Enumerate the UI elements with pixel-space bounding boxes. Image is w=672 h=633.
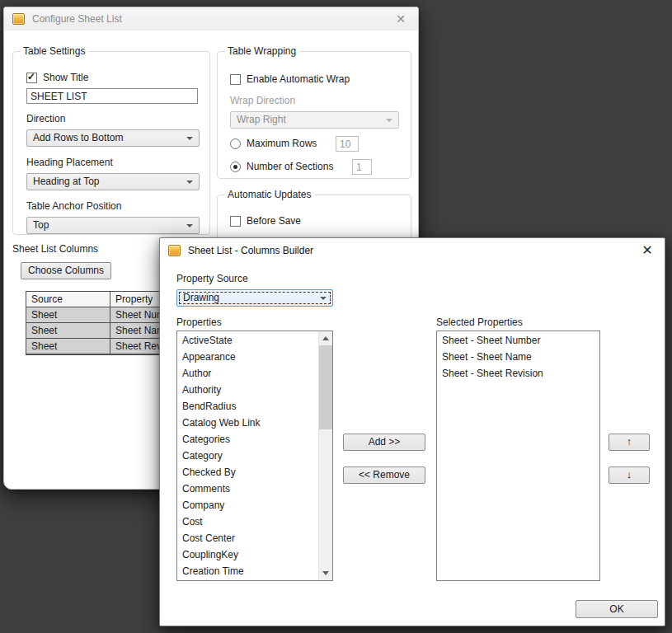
table-title-input[interactable] (26, 88, 198, 104)
property-source-label: Property Source (176, 273, 248, 284)
list-item[interactable]: Catalog Web Link (177, 415, 318, 431)
wrap-direction-select: Wrap Right (230, 111, 399, 129)
radio-label: Number of Sections (247, 161, 333, 172)
list-item[interactable]: BendRadius (177, 398, 318, 415)
direction-label: Direction (26, 113, 65, 124)
checkbox-label: Before Save (247, 215, 301, 227)
list-item[interactable]: ActiveState (177, 332, 318, 349)
properties-label: Properties (176, 316, 222, 328)
list-item[interactable]: Author (177, 365, 318, 382)
chevron-down-icon (186, 224, 193, 227)
dialog-title: Configure Sheet List (32, 13, 122, 25)
properties-listbox[interactable]: ActiveStateAppearanceAuthorAuthorityBend… (176, 331, 333, 581)
move-up-button[interactable]: ↑ (609, 434, 650, 451)
list-item[interactable]: Company (177, 497, 318, 513)
checkbox-label: Show Title (43, 72, 88, 83)
number-of-sections-radio[interactable]: Number of Sections (230, 161, 333, 172)
remove-button[interactable]: << Remove (343, 467, 425, 484)
combo-value: Drawing (183, 292, 219, 303)
list-item[interactable]: Categories (177, 431, 318, 448)
direction-select[interactable]: Add Rows to Bottom (26, 129, 200, 147)
combo-value: Wrap Right (237, 114, 286, 125)
scrollbar-thumb[interactable] (319, 345, 333, 429)
move-down-button[interactable]: ↓ (609, 467, 650, 484)
selected-properties-label: Selected Properties (436, 316, 523, 328)
checkbox-checked-icon (26, 73, 37, 83)
property-source-select[interactable]: Drawing (176, 289, 333, 307)
group-automatic-updates-legend: Automatic Updates (224, 189, 314, 200)
radio-selected-icon (230, 162, 241, 172)
checkbox-unchecked-icon (230, 216, 241, 227)
maximum-rows-radio[interactable]: Maximum Rows (230, 138, 317, 149)
selected-properties-listbox[interactable]: Sheet - Sheet NumberSheet - Sheet NameSh… (436, 331, 600, 581)
table-cell: Sheet (26, 307, 110, 323)
list-item[interactable]: CouplingKey (177, 546, 318, 563)
group-table-wrapping: Table Wrapping Enable Automatic Wrap Wra… (217, 45, 411, 179)
combo-value: Top (33, 219, 49, 231)
list-item[interactable]: Cost (177, 513, 318, 530)
chevron-down-icon (386, 119, 392, 122)
combo-value: Heading at Top (33, 176, 100, 187)
chevron-down-icon (320, 297, 327, 300)
columns-builder-dialog: Sheet List - Columns Builder ✕ Property … (159, 237, 665, 626)
scroll-up-icon (322, 336, 329, 340)
before-save-checkbox[interactable]: Before Save (230, 215, 301, 227)
radio-label: Maximum Rows (247, 138, 317, 149)
configure-dialog-titlebar[interactable]: Configure Sheet List ✕ (4, 7, 418, 30)
chevron-down-icon (186, 137, 193, 140)
dialog-title: Sheet List - Columns Builder (188, 245, 313, 256)
sheet-list-columns-label: Sheet List Columns (12, 243, 98, 255)
column-header-source[interactable]: Source (26, 292, 110, 307)
list-item[interactable]: Authority (177, 382, 318, 398)
close-button[interactable]: ✕ (638, 241, 656, 260)
group-table-settings-legend: Table Settings (20, 45, 88, 57)
max-rows-input (336, 136, 359, 152)
checkbox-label: Enable Automatic Wrap (247, 73, 350, 85)
enable-wrap-checkbox[interactable]: Enable Automatic Wrap (230, 73, 350, 85)
list-item[interactable]: Cost Center (177, 530, 318, 546)
show-title-checkbox[interactable]: Show Title (26, 72, 88, 83)
radio-unselected-icon (230, 138, 241, 149)
group-table-settings: Table Settings Show Title Direction Add … (12, 45, 210, 235)
ok-button[interactable]: OK (576, 600, 658, 618)
checkbox-unchecked-icon (230, 74, 241, 85)
list-item[interactable]: Category (177, 448, 318, 464)
scroll-down-button[interactable] (319, 566, 333, 580)
choose-columns-button[interactable]: Choose Columns (21, 262, 111, 279)
table-cell: Sheet (26, 339, 110, 354)
list-item[interactable]: Sheet - Sheet Number (437, 332, 599, 349)
list-item[interactable]: Appearance (177, 349, 318, 365)
list-item[interactable]: Comments (177, 481, 318, 497)
chevron-down-icon (186, 181, 193, 184)
wrap-direction-label: Wrap Direction (230, 95, 295, 106)
desktop-background: Configure Sheet List ✕ Table Settings Sh… (0, 0, 672, 633)
scroll-up-button[interactable] (319, 331, 333, 345)
table-cell: Sheet (26, 323, 110, 339)
list-item[interactable]: Checked By (177, 464, 318, 481)
sections-input[interactable] (352, 159, 372, 175)
app-icon (12, 13, 25, 25)
close-button[interactable]: ✕ (392, 10, 410, 28)
heading-placement-label: Heading Placement (26, 157, 113, 168)
list-item[interactable]: Sheet - Sheet Revision (437, 365, 599, 382)
combo-value: Add Rows to Bottom (33, 132, 123, 143)
heading-placement-select[interactable]: Heading at Top (26, 173, 200, 190)
vertical-scrollbar[interactable] (318, 331, 332, 580)
add-button[interactable]: Add >> (343, 434, 425, 451)
app-icon (168, 245, 181, 256)
anchor-position-label: Table Anchor Position (26, 200, 121, 212)
builder-dialog-titlebar[interactable]: Sheet List - Columns Builder ✕ (160, 238, 665, 263)
list-item[interactable]: Sheet - Sheet Name (437, 349, 599, 365)
group-table-wrapping-legend: Table Wrapping (224, 45, 299, 57)
scroll-down-icon (322, 571, 329, 575)
list-item[interactable]: Creation Time (177, 563, 318, 579)
anchor-position-select[interactable]: Top (26, 217, 200, 234)
